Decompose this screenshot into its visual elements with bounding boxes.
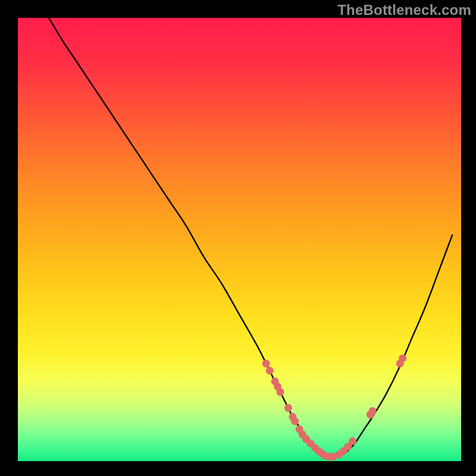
data-marker <box>284 404 292 412</box>
watermark-text: TheBottleneck.com <box>337 2 471 18</box>
data-marker <box>277 388 284 396</box>
data-marker <box>262 360 270 368</box>
chart-stage: TheBottleneck.com <box>0 0 476 476</box>
data-marker <box>349 437 356 445</box>
data-marker <box>399 355 406 362</box>
bottleneck-chart <box>0 0 476 476</box>
data-marker <box>291 418 299 425</box>
data-marker <box>266 367 274 375</box>
data-marker <box>369 407 377 415</box>
plot-background <box>18 18 461 461</box>
